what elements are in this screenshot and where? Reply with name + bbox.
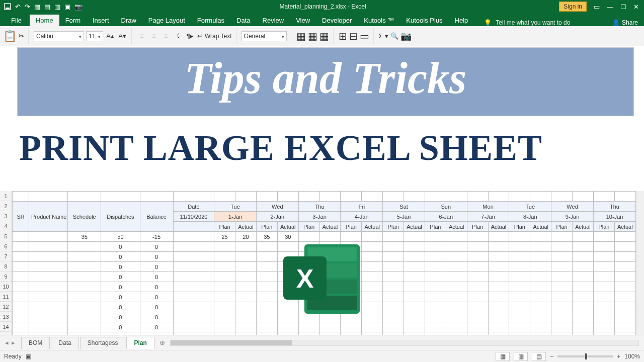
cell[interactable]: [404, 312, 425, 322]
ribbon-tab-help[interactable]: Help: [449, 15, 474, 26]
qat-icon[interactable]: ▤: [44, 3, 50, 11]
cell[interactable]: [551, 302, 573, 312]
cell[interactable]: [319, 322, 341, 332]
cell[interactable]: [383, 272, 404, 282]
date-col[interactable]: 1-Jan: [214, 212, 257, 222]
undo-icon[interactable]: ↶: [15, 3, 21, 11]
col-header[interactable]: Schedule: [68, 202, 101, 232]
balance-cell[interactable]: 0: [140, 292, 173, 302]
cell[interactable]: [214, 252, 235, 262]
cell[interactable]: [383, 282, 404, 292]
ribbon-tab-insert[interactable]: Insert: [87, 15, 115, 26]
cell[interactable]: [593, 272, 614, 282]
sign-in-button[interactable]: Sign in: [559, 2, 587, 12]
cell[interactable]: [13, 262, 29, 272]
cell[interactable]: [467, 282, 488, 292]
cell[interactable]: [404, 242, 425, 252]
cell[interactable]: [13, 302, 29, 312]
cell[interactable]: [467, 292, 488, 302]
cell[interactable]: [404, 262, 425, 272]
cell[interactable]: [530, 242, 551, 252]
cell[interactable]: [446, 282, 467, 292]
cell[interactable]: [13, 192, 29, 202]
cell[interactable]: [404, 232, 425, 242]
cell[interactable]: [362, 192, 383, 202]
cell[interactable]: [614, 292, 635, 302]
paste-icon[interactable]: 📋: [3, 30, 17, 43]
cell[interactable]: [235, 322, 257, 332]
date-col[interactable]: 6-Jan: [425, 212, 467, 222]
cell[interactable]: [614, 252, 635, 262]
cell[interactable]: [404, 192, 425, 202]
cell[interactable]: [214, 312, 235, 322]
cell[interactable]: 35: [256, 232, 277, 242]
cell[interactable]: [362, 302, 383, 312]
balance-cell[interactable]: 0: [140, 272, 173, 282]
cell[interactable]: [446, 272, 467, 282]
cell[interactable]: [29, 312, 68, 322]
number-format-select[interactable]: General: [242, 31, 287, 41]
cell[interactable]: [235, 312, 257, 322]
cell[interactable]: [214, 292, 235, 302]
cell[interactable]: [425, 252, 446, 262]
day-header[interactable]: Sun: [425, 202, 467, 212]
cell[interactable]: [446, 322, 467, 332]
cell[interactable]: [341, 232, 362, 242]
plan-header[interactable]: Plan: [509, 222, 530, 232]
cell[interactable]: [425, 312, 446, 322]
cell[interactable]: [488, 302, 509, 312]
cell[interactable]: [573, 242, 594, 252]
horizontal-scrollbar[interactable]: [170, 340, 639, 346]
dispatches-cell[interactable]: 0: [101, 262, 140, 272]
row-header[interactable]: 2: [0, 201, 12, 211]
cell[interactable]: [614, 192, 635, 202]
cell[interactable]: [593, 312, 614, 322]
cell[interactable]: [214, 272, 235, 282]
ribbon-tab-home[interactable]: Home: [30, 15, 59, 26]
cell[interactable]: [29, 282, 68, 292]
day-header[interactable]: Sat: [383, 202, 425, 212]
day-header[interactable]: Wed: [551, 202, 594, 212]
page-layout-view-button[interactable]: ▥: [514, 352, 528, 361]
delete-cells-icon[interactable]: ⊟: [349, 30, 358, 42]
cell[interactable]: [173, 252, 214, 262]
cell[interactable]: [68, 242, 101, 252]
font-name-select[interactable]: Calibri: [34, 31, 84, 41]
dispatches-cell[interactable]: 50: [101, 232, 140, 242]
cell[interactable]: [404, 282, 425, 292]
cell[interactable]: [404, 292, 425, 302]
cell[interactable]: [341, 192, 362, 202]
cell[interactable]: [593, 262, 614, 272]
cell[interactable]: [551, 322, 573, 332]
cell[interactable]: [362, 232, 383, 242]
date-col[interactable]: 5-Jan: [383, 212, 425, 222]
cell[interactable]: [551, 282, 573, 292]
camera-icon[interactable]: 📷: [74, 3, 83, 11]
cell[interactable]: [509, 242, 530, 252]
cell[interactable]: [509, 262, 530, 272]
cell[interactable]: [530, 322, 551, 332]
balance-cell[interactable]: 0: [140, 312, 173, 322]
cell[interactable]: [593, 242, 614, 252]
cell[interactable]: [173, 322, 214, 332]
cell[interactable]: [173, 292, 214, 302]
ribbon-tab-kutools-plus[interactable]: Kutools Plus: [400, 15, 448, 26]
qat-icon[interactable]: ▣: [64, 3, 70, 11]
cell[interactable]: [593, 292, 614, 302]
cell[interactable]: [614, 302, 635, 312]
cell[interactable]: [488, 292, 509, 302]
cell[interactable]: [467, 322, 488, 332]
cell[interactable]: [68, 322, 101, 332]
row-header[interactable]: 14: [0, 322, 12, 332]
row-header[interactable]: 7: [0, 251, 12, 261]
cell[interactable]: [446, 312, 467, 322]
row-header[interactable]: 1: [0, 191, 12, 201]
cell[interactable]: [446, 262, 467, 272]
cell[interactable]: [383, 242, 404, 252]
balance-cell[interactable]: 0: [140, 302, 173, 312]
sheet-tab-data[interactable]: Data: [51, 337, 78, 349]
cell[interactable]: [573, 292, 594, 302]
cell[interactable]: [68, 282, 101, 292]
day-header[interactable]: Tue: [509, 202, 551, 212]
cell[interactable]: [488, 312, 509, 322]
